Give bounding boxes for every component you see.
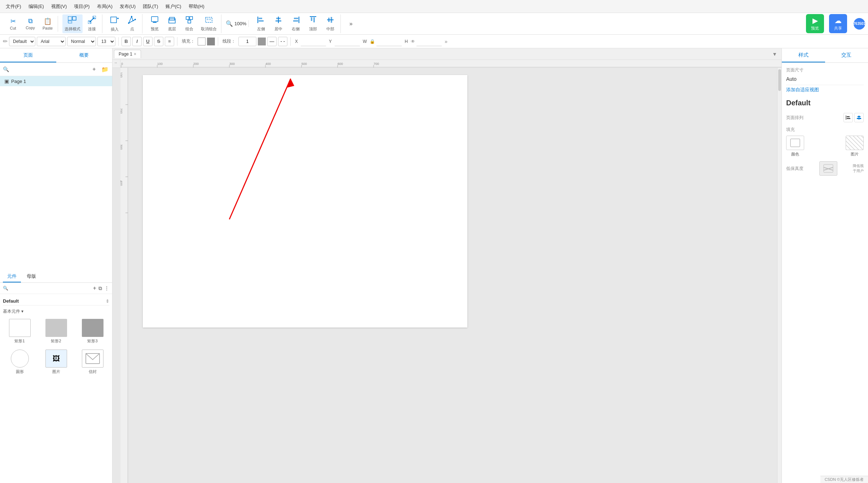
comp-add-icon[interactable]: + xyxy=(93,285,96,291)
select-mode-button[interactable]: 选择模式 xyxy=(62,14,83,33)
menu-file[interactable]: 文件(F) xyxy=(3,2,24,11)
text-style-select[interactable]: Normal xyxy=(67,37,96,46)
underline-button[interactable]: U xyxy=(143,37,153,46)
user-avatar[interactable]: 763501 xyxy=(854,18,865,30)
cut-button[interactable]: ✂ Cut xyxy=(5,16,21,32)
style-tab[interactable]: 样式 xyxy=(782,48,825,62)
comp-more-icon[interactable]: ⋮ xyxy=(104,285,109,291)
font-size-select[interactable]: 13 xyxy=(97,37,115,46)
add-page-button[interactable]: + xyxy=(90,65,98,74)
menu-view[interactable]: 视图(V) xyxy=(48,2,70,11)
scrollbar-thumb[interactable] xyxy=(778,69,781,91)
y-input[interactable] xyxy=(335,37,360,46)
menu-help[interactable]: 帮助(H) xyxy=(186,2,207,11)
ruler-corner: ↔ xyxy=(113,60,120,68)
page-tab-1[interactable]: Page 1 × xyxy=(114,50,141,58)
point-button[interactable]: 点 xyxy=(124,14,140,33)
comp-image[interactable]: 🖼 图片 xyxy=(39,348,73,376)
menu-publish[interactable]: 发布(U) xyxy=(117,2,138,11)
right-align-button[interactable]: 右侧 xyxy=(288,14,304,33)
strikethrough-button[interactable]: S xyxy=(154,37,163,46)
ungroup-button[interactable]: 取消组合 xyxy=(199,14,219,33)
group-button[interactable]: 组合 xyxy=(181,14,197,33)
comp-envelope[interactable]: 信封 xyxy=(76,348,109,376)
stroke-dashed-btn[interactable]: - - xyxy=(278,37,287,46)
masters-tab[interactable]: 母版 xyxy=(22,271,40,282)
status-text: CSDN ©无人区修炼者 xyxy=(825,477,864,482)
page-tab-arrow[interactable]: ▼ xyxy=(769,51,780,57)
page-item-icon: ▣ xyxy=(4,78,9,84)
bold-button[interactable]: B xyxy=(122,37,131,46)
menu-team[interactable]: 团队(T) xyxy=(140,2,161,11)
stroke-width-input[interactable] xyxy=(238,37,256,46)
fill-gray-picker[interactable] xyxy=(207,38,215,45)
svg-point-10 xyxy=(128,22,129,24)
menu-account[interactable]: 账户(C) xyxy=(163,2,184,11)
comp-copy-icon[interactable]: ⧉ xyxy=(98,285,102,291)
stroke-color-picker[interactable] xyxy=(258,38,266,45)
layer-button[interactable]: 底层 xyxy=(164,14,180,33)
middle-align-button[interactable]: 中部 xyxy=(322,14,338,33)
select-group: 选择模式 连接 xyxy=(60,14,102,33)
list-button[interactable]: ≡ xyxy=(165,37,174,46)
page-tab-1-close[interactable]: × xyxy=(134,52,136,57)
svg-rect-1 xyxy=(72,17,76,20)
more-tools-button[interactable]: » xyxy=(343,19,359,28)
comp-lib-title: Default ⇕ xyxy=(3,297,109,306)
page-size-value: Auto xyxy=(786,76,864,85)
comp-circle-shape xyxy=(11,350,29,368)
menu-edit[interactable]: 编辑(E) xyxy=(26,2,47,11)
fill-color-option[interactable]: 颜色 xyxy=(786,136,804,157)
align-left-btn[interactable] xyxy=(843,113,853,122)
vertical-scrollbar[interactable] xyxy=(777,68,781,483)
svg-rect-69 xyxy=(847,116,850,117)
copy-button[interactable]: ⧉ Copy xyxy=(22,16,38,31)
insert-button[interactable]: 插入 xyxy=(107,14,123,34)
x-input[interactable] xyxy=(301,37,326,46)
style-select[interactable]: Default xyxy=(9,37,35,46)
comp-circle[interactable]: 圆形 xyxy=(3,348,36,376)
fill-image-option[interactable]: 图片 xyxy=(846,136,864,157)
pages-search-input[interactable] xyxy=(11,67,88,72)
italic-button[interactable]: I xyxy=(132,37,142,46)
canvas-viewport[interactable] xyxy=(128,68,777,483)
comp-lib-name: Default xyxy=(3,298,19,304)
paste-icon: 📋 xyxy=(44,17,52,25)
interact-tab[interactable]: 交互 xyxy=(825,48,868,62)
more-props-icon[interactable]: » xyxy=(445,39,448,44)
preview-button[interactable]: ▶ 预览 xyxy=(806,14,824,33)
page-item-1[interactable]: ▣ Page 1 xyxy=(0,76,112,86)
share-button[interactable]: ☁ 共享 xyxy=(829,14,847,33)
comp-search-input[interactable] xyxy=(10,286,91,291)
stroke-solid-btn[interactable]: — xyxy=(267,37,277,46)
comp-rect3[interactable]: 矩形3 xyxy=(76,317,109,345)
comp-rect2[interactable]: 矩形2 xyxy=(39,317,73,345)
add-responsive-link[interactable]: 添加自适应视图 xyxy=(786,87,864,93)
menu-project[interactable]: 项目(P) xyxy=(71,2,92,11)
add-folder-button[interactable]: 📁 xyxy=(101,65,109,74)
preview-tool-button[interactable]: 预览 xyxy=(147,14,163,33)
left-panel: 页面 概要 🔍 + 📁 ▣ Page 1 元件 母版 🔍 + xyxy=(0,48,113,483)
w-input[interactable] xyxy=(376,37,402,46)
left-align-button[interactable]: 左侧 xyxy=(253,14,269,33)
h-input[interactable] xyxy=(417,37,442,46)
components-tab[interactable]: 元件 xyxy=(3,271,21,282)
comp-envelope-shape xyxy=(82,350,103,368)
lowfi-svg xyxy=(823,164,834,173)
preview-play-icon: ▶ xyxy=(812,16,818,25)
paste-button[interactable]: 📋 Paste xyxy=(40,16,56,32)
font-select[interactable]: Arial xyxy=(37,37,66,46)
pages-tab[interactable]: 页面 xyxy=(0,48,56,62)
menu-layout[interactable]: 布局(A) xyxy=(94,2,115,11)
top-align-button[interactable]: 顶部 xyxy=(305,14,321,33)
comp-lib-arrow-icon[interactable]: ⇕ xyxy=(106,299,109,304)
fill-color-picker[interactable] xyxy=(198,38,206,45)
select-mode-icon xyxy=(67,16,78,26)
center-align-button[interactable]: 居中 xyxy=(270,14,286,33)
connect-button[interactable]: 连接 xyxy=(84,14,100,33)
zoom-value[interactable]: 100% xyxy=(234,21,246,26)
comp-rect1[interactable]: 矩形1 xyxy=(3,317,36,345)
fill-section-label: 填充 xyxy=(786,127,864,133)
align-center-btn[interactable] xyxy=(854,113,864,122)
outline-tab[interactable]: 概要 xyxy=(56,48,113,62)
